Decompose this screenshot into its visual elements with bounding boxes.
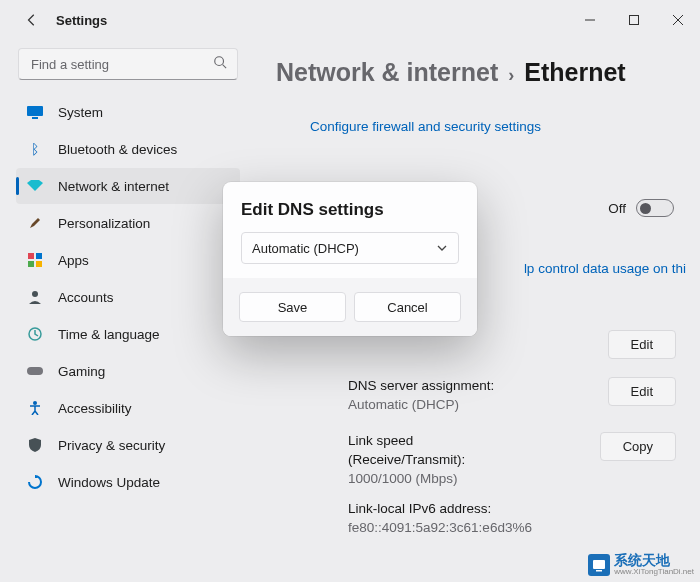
save-button[interactable]: Save bbox=[239, 292, 346, 322]
chevron-down-icon bbox=[436, 242, 448, 254]
cancel-button[interactable]: Cancel bbox=[354, 292, 461, 322]
dropdown-value: Automatic (DHCP) bbox=[252, 241, 359, 256]
modal-overlay: Edit DNS settings Automatic (DHCP) Save … bbox=[0, 0, 700, 582]
dialog-title: Edit DNS settings bbox=[241, 200, 459, 220]
dns-mode-dropdown[interactable]: Automatic (DHCP) bbox=[241, 232, 459, 264]
edit-dns-dialog: Edit DNS settings Automatic (DHCP) Save … bbox=[223, 182, 477, 336]
